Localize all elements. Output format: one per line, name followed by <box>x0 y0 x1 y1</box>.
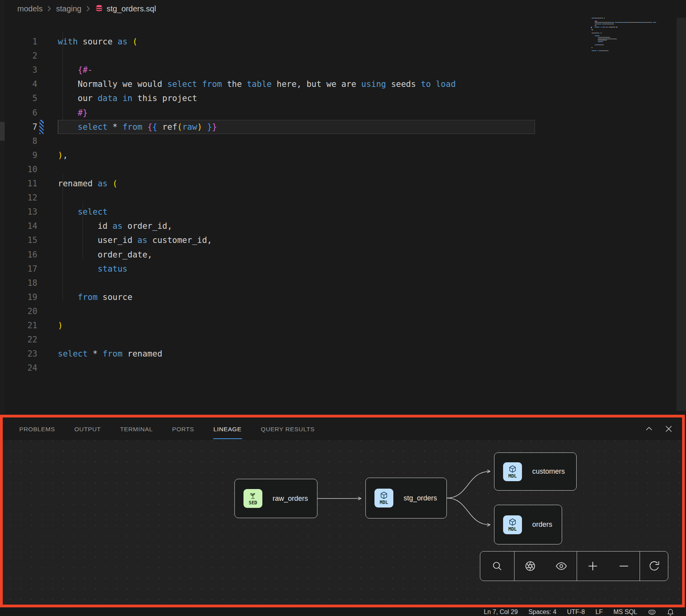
line-number: 21 <box>16 318 37 333</box>
minimap-line <box>592 50 609 51</box>
code-line[interactable]: 10 <box>5 162 673 177</box>
cube-icon <box>508 518 517 526</box>
lineage-node-raw_orders[interactable]: SEDraw_orders <box>234 479 317 518</box>
aperture-button[interactable] <box>524 559 537 573</box>
minimap[interactable] <box>592 18 662 57</box>
code-text: ) <box>58 318 63 333</box>
code-line[interactable]: 6 #} <box>5 106 673 120</box>
code-line[interactable]: 1with source as ( <box>5 35 673 49</box>
code-line[interactable]: 18 <box>5 276 673 290</box>
panel-tab-problems[interactable]: PROBLEMS <box>19 419 55 439</box>
code-line[interactable]: 13 select <box>5 205 673 219</box>
node-label: customers <box>532 467 565 476</box>
breadcrumb-item[interactable]: models <box>17 4 42 13</box>
code-line[interactable]: 12 <box>5 191 673 205</box>
visibility-button[interactable] <box>555 559 568 573</box>
lineage-node-stg_orders[interactable]: MDLstg_orders <box>365 478 447 519</box>
breadcrumb-filename: stg_orders.sql <box>107 4 156 13</box>
code-line[interactable]: 19 from source <box>5 290 673 304</box>
line-number: 18 <box>16 276 37 290</box>
minimap-line <box>592 25 596 26</box>
minimap-line <box>592 39 617 39</box>
code-line[interactable]: 23select * from renamed <box>5 347 673 361</box>
status-bar: Ln 7, Col 29Spaces: 4UTF-8LFMS SQL <box>0 607 686 616</box>
line-number: 8 <box>16 134 37 148</box>
code-line[interactable]: 9), <box>5 148 673 162</box>
line-number: 10 <box>16 162 37 177</box>
breadcrumb-item[interactable]: staging <box>56 4 81 13</box>
code-line[interactable]: 15 user_id as customer_id, <box>5 233 673 247</box>
panel-tab-lineage[interactable]: LINEAGE <box>213 419 242 439</box>
status-indentation-setting[interactable]: Spaces: 4 <box>528 609 556 616</box>
minimap-line <box>592 22 656 23</box>
model-badge-icon: MDL <box>503 515 522 534</box>
code-line[interactable]: 14 id as order_id, <box>5 219 673 233</box>
code-text: our data in this project <box>58 91 197 105</box>
status-cursor-position[interactable]: Ln 7, Col 29 <box>484 609 518 616</box>
status-end-of-line[interactable]: LF <box>596 609 603 616</box>
bell-icon[interactable] <box>667 608 674 616</box>
line-number: 12 <box>16 191 37 205</box>
panel-tab-terminal[interactable]: TERMINAL <box>120 419 153 439</box>
minimap-line <box>592 27 618 28</box>
code-line[interactable]: 7 select * from {{ ref(raw) }} <box>5 120 673 134</box>
code-line[interactable]: 5 our data in this project <box>5 91 673 105</box>
minimap-line <box>592 37 610 38</box>
line-number: 4 <box>16 77 37 91</box>
code-editor[interactable]: 1with source as (23 {#-4 Normally we wou… <box>5 17 673 414</box>
minimap-line <box>592 29 593 30</box>
code-text: Normally we would select from the table … <box>58 77 456 91</box>
search-button[interactable] <box>491 559 504 573</box>
code-text: from source <box>58 290 133 304</box>
line-number: 15 <box>16 233 37 247</box>
code-line[interactable]: 24 <box>5 361 673 375</box>
code-line[interactable]: 8 <box>5 134 673 148</box>
panel-tab-ports[interactable]: PORTS <box>172 419 194 439</box>
minimap-modified-marker <box>591 27 592 28</box>
panel-tab-query-results[interactable]: QUERY RESULTS <box>260 419 315 439</box>
breadcrumb-file[interactable]: stg_orders.sql <box>95 4 156 13</box>
copilot-icon[interactable] <box>648 608 656 616</box>
code-line[interactable]: 20 <box>5 304 673 318</box>
zoom-in-button[interactable] <box>586 559 599 573</box>
status-encoding[interactable]: UTF-8 <box>567 609 585 616</box>
model-badge-icon: MDL <box>374 489 393 508</box>
lineage-node-orders[interactable]: MDLorders <box>494 505 562 544</box>
code-line[interactable]: 21) <box>5 318 673 333</box>
code-line[interactable]: 11renamed as ( <box>5 177 673 191</box>
minimap-line <box>592 41 603 42</box>
code-text: renamed as ( <box>58 177 118 191</box>
badge-label: MDL <box>380 500 388 505</box>
lineage-node-customers[interactable]: MDLcustomers <box>494 452 577 491</box>
code-line[interactable]: 2 <box>5 49 673 63</box>
line-number: 3 <box>16 63 37 77</box>
editor-scrollbar[interactable] <box>677 18 686 411</box>
zoom-out-button[interactable] <box>617 559 631 573</box>
code-text: id as order_id, <box>58 219 172 233</box>
panel-tab-output[interactable]: OUTPUT <box>74 419 101 439</box>
refresh-button[interactable] <box>647 559 661 573</box>
badge-label: MDL <box>508 526 517 532</box>
panel-collapse-button[interactable] <box>644 424 654 434</box>
code-line[interactable]: 3 {#- <box>5 63 673 77</box>
code-text: order_date, <box>58 248 152 262</box>
chevron-right-icon <box>46 5 52 13</box>
status-language-mode[interactable]: MS SQL <box>614 609 637 616</box>
minimap-line <box>592 44 604 45</box>
panel-close-button[interactable] <box>664 424 673 434</box>
code-line[interactable]: 16 order_date, <box>5 248 673 262</box>
code-text: #} <box>58 106 88 120</box>
lineage-toolbar <box>480 551 668 581</box>
code-text: {#- <box>58 63 93 77</box>
line-number: 19 <box>16 290 37 304</box>
line-number: 24 <box>16 361 37 375</box>
minimap-line <box>592 40 607 40</box>
code-line[interactable]: 22 <box>5 333 673 347</box>
code-line[interactable]: 17 status <box>5 262 673 276</box>
toolbar-group <box>640 552 668 581</box>
minimap-line <box>592 24 614 24</box>
code-line[interactable]: 4 Normally we would select from the tabl… <box>5 77 673 91</box>
minimap-line <box>592 47 592 48</box>
lineage-canvas[interactable]: SEDraw_ordersMDLstg_ordersMDLcustomersMD… <box>3 440 682 605</box>
line-number: 1 <box>16 35 37 49</box>
